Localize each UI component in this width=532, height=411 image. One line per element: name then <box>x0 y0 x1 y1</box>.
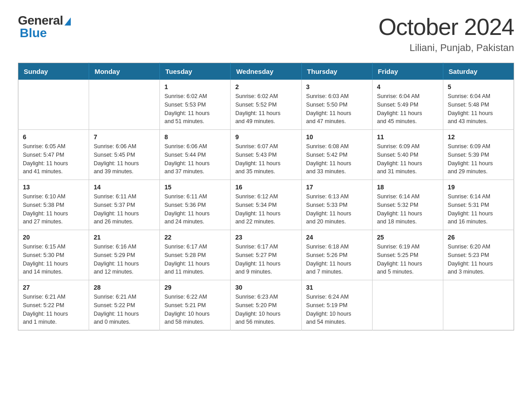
day-info: Sunrise: 6:06 AM Sunset: 5:45 PM Dayligh… <box>94 142 155 176</box>
calendar-week-row: 1Sunrise: 6:02 AM Sunset: 5:53 PM Daylig… <box>18 80 514 130</box>
calendar-cell: 22Sunrise: 6:17 AM Sunset: 5:28 PM Dayli… <box>160 230 231 280</box>
calendar-cell: 31Sunrise: 6:24 AM Sunset: 5:19 PM Dayli… <box>301 280 372 330</box>
day-number: 1 <box>164 83 226 90</box>
day-info: Sunrise: 6:03 AM Sunset: 5:50 PM Dayligh… <box>306 92 368 126</box>
day-number: 22 <box>164 234 226 241</box>
day-number: 28 <box>94 284 155 291</box>
calendar-cell: 15Sunrise: 6:11 AM Sunset: 5:36 PM Dayli… <box>160 180 231 230</box>
day-number: 21 <box>94 234 155 241</box>
day-info: Sunrise: 6:15 AM Sunset: 5:30 PM Dayligh… <box>23 243 84 276</box>
day-info: Sunrise: 6:18 AM Sunset: 5:26 PM Dayligh… <box>306 243 368 276</box>
calendar-week-row: 13Sunrise: 6:10 AM Sunset: 5:38 PM Dayli… <box>18 180 514 230</box>
day-number: 29 <box>164 284 226 291</box>
calendar-cell: 21Sunrise: 6:16 AM Sunset: 5:29 PM Dayli… <box>89 230 160 280</box>
day-info: Sunrise: 6:14 AM Sunset: 5:31 PM Dayligh… <box>448 193 509 226</box>
day-info: Sunrise: 6:24 AM Sunset: 5:19 PM Dayligh… <box>306 293 368 326</box>
day-number: 12 <box>448 133 509 141</box>
day-info: Sunrise: 6:11 AM Sunset: 5:36 PM Dayligh… <box>164 193 226 226</box>
logo-arrow-icon <box>64 17 71 26</box>
weekday-header: Wednesday <box>231 63 301 80</box>
day-info: Sunrise: 6:04 AM Sunset: 5:48 PM Dayligh… <box>448 92 509 126</box>
day-number: 19 <box>448 184 509 191</box>
day-number: 23 <box>235 234 296 241</box>
calendar-cell: 10Sunrise: 6:08 AM Sunset: 5:42 PM Dayli… <box>301 130 372 180</box>
calendar-cell: 6Sunrise: 6:05 AM Sunset: 5:47 PM Daylig… <box>18 130 89 180</box>
calendar-cell: 26Sunrise: 6:20 AM Sunset: 5:23 PM Dayli… <box>443 230 514 280</box>
day-number: 27 <box>23 284 84 291</box>
calendar-cell: 28Sunrise: 6:21 AM Sunset: 5:22 PM Dayli… <box>89 280 160 330</box>
day-info: Sunrise: 6:13 AM Sunset: 5:33 PM Dayligh… <box>306 193 368 226</box>
logo: General Blue <box>18 13 71 40</box>
calendar-cell <box>18 80 89 130</box>
day-info: Sunrise: 6:21 AM Sunset: 5:22 PM Dayligh… <box>94 293 155 326</box>
weekday-header: Friday <box>372 63 443 80</box>
day-info: Sunrise: 6:17 AM Sunset: 5:27 PM Dayligh… <box>235 243 296 276</box>
day-info: Sunrise: 6:09 AM Sunset: 5:39 PM Dayligh… <box>448 142 509 176</box>
subtitle: Liliani, Punjab, Pakistan <box>378 42 514 54</box>
day-number: 8 <box>164 133 226 141</box>
calendar-cell: 12Sunrise: 6:09 AM Sunset: 5:39 PM Dayli… <box>443 130 514 180</box>
weekday-header: Monday <box>89 63 160 80</box>
day-info: Sunrise: 6:05 AM Sunset: 5:47 PM Dayligh… <box>23 142 84 176</box>
day-info: Sunrise: 6:06 AM Sunset: 5:44 PM Dayligh… <box>164 142 226 176</box>
calendar-header-row: SundayMondayTuesdayWednesdayThursdayFrid… <box>18 63 514 80</box>
calendar-cell: 3Sunrise: 6:03 AM Sunset: 5:50 PM Daylig… <box>301 80 372 130</box>
day-number: 7 <box>94 133 155 141</box>
day-info: Sunrise: 6:09 AM Sunset: 5:40 PM Dayligh… <box>377 142 438 176</box>
day-info: Sunrise: 6:19 AM Sunset: 5:25 PM Dayligh… <box>377 243 438 276</box>
calendar-cell: 13Sunrise: 6:10 AM Sunset: 5:38 PM Dayli… <box>18 180 89 230</box>
calendar-cell: 24Sunrise: 6:18 AM Sunset: 5:26 PM Dayli… <box>301 230 372 280</box>
day-info: Sunrise: 6:21 AM Sunset: 5:22 PM Dayligh… <box>23 293 84 326</box>
calendar-cell: 20Sunrise: 6:15 AM Sunset: 5:30 PM Dayli… <box>18 230 89 280</box>
weekday-header: Sunday <box>18 63 89 80</box>
calendar-cell: 7Sunrise: 6:06 AM Sunset: 5:45 PM Daylig… <box>89 130 160 180</box>
day-info: Sunrise: 6:14 AM Sunset: 5:32 PM Dayligh… <box>377 193 438 226</box>
day-info: Sunrise: 6:11 AM Sunset: 5:37 PM Dayligh… <box>94 193 155 226</box>
day-info: Sunrise: 6:02 AM Sunset: 5:52 PM Dayligh… <box>235 92 296 126</box>
calendar-cell: 8Sunrise: 6:06 AM Sunset: 5:44 PM Daylig… <box>160 130 231 180</box>
calendar-week-row: 20Sunrise: 6:15 AM Sunset: 5:30 PM Dayli… <box>18 230 514 280</box>
day-number: 26 <box>448 234 509 241</box>
day-info: Sunrise: 6:12 AM Sunset: 5:34 PM Dayligh… <box>235 193 296 226</box>
day-number: 17 <box>306 184 368 191</box>
calendar-cell: 5Sunrise: 6:04 AM Sunset: 5:48 PM Daylig… <box>443 80 514 130</box>
weekday-header: Tuesday <box>160 63 231 80</box>
calendar-cell: 30Sunrise: 6:23 AM Sunset: 5:20 PM Dayli… <box>231 280 301 330</box>
day-number: 20 <box>23 234 84 241</box>
calendar-cell: 27Sunrise: 6:21 AM Sunset: 5:22 PM Dayli… <box>18 280 89 330</box>
calendar-cell: 25Sunrise: 6:19 AM Sunset: 5:25 PM Dayli… <box>372 230 443 280</box>
day-number: 3 <box>306 83 368 90</box>
day-info: Sunrise: 6:04 AM Sunset: 5:49 PM Dayligh… <box>377 92 438 126</box>
day-number: 4 <box>377 83 438 90</box>
day-number: 14 <box>94 184 155 191</box>
day-info: Sunrise: 6:23 AM Sunset: 5:20 PM Dayligh… <box>235 293 296 326</box>
weekday-header: Thursday <box>301 63 372 80</box>
calendar-cell: 16Sunrise: 6:12 AM Sunset: 5:34 PM Dayli… <box>231 180 301 230</box>
day-number: 13 <box>23 184 84 191</box>
day-number: 5 <box>448 83 509 90</box>
day-number: 16 <box>235 184 296 191</box>
day-number: 18 <box>377 184 438 191</box>
calendar-cell: 4Sunrise: 6:04 AM Sunset: 5:49 PM Daylig… <box>372 80 443 130</box>
day-number: 2 <box>235 83 296 90</box>
calendar-cell: 29Sunrise: 6:22 AM Sunset: 5:21 PM Dayli… <box>160 280 231 330</box>
calendar-week-row: 27Sunrise: 6:21 AM Sunset: 5:22 PM Dayli… <box>18 280 514 330</box>
calendar-table: SundayMondayTuesdayWednesdayThursdayFrid… <box>18 63 514 330</box>
day-info: Sunrise: 6:08 AM Sunset: 5:42 PM Dayligh… <box>306 142 368 176</box>
day-number: 6 <box>23 133 84 141</box>
day-number: 15 <box>164 184 226 191</box>
day-info: Sunrise: 6:22 AM Sunset: 5:21 PM Dayligh… <box>164 293 226 326</box>
logo-blue-text: Blue <box>18 26 47 40</box>
calendar-week-row: 6Sunrise: 6:05 AM Sunset: 5:47 PM Daylig… <box>18 130 514 180</box>
day-info: Sunrise: 6:10 AM Sunset: 5:38 PM Dayligh… <box>23 193 84 226</box>
calendar-cell: 11Sunrise: 6:09 AM Sunset: 5:40 PM Dayli… <box>372 130 443 180</box>
calendar-cell: 17Sunrise: 6:13 AM Sunset: 5:33 PM Dayli… <box>301 180 372 230</box>
calendar-cell: 2Sunrise: 6:02 AM Sunset: 5:52 PM Daylig… <box>231 80 301 130</box>
day-info: Sunrise: 6:02 AM Sunset: 5:53 PM Dayligh… <box>164 92 226 126</box>
day-info: Sunrise: 6:17 AM Sunset: 5:28 PM Dayligh… <box>164 243 226 276</box>
day-info: Sunrise: 6:16 AM Sunset: 5:29 PM Dayligh… <box>94 243 155 276</box>
day-number: 25 <box>377 234 438 241</box>
calendar-cell: 18Sunrise: 6:14 AM Sunset: 5:32 PM Dayli… <box>372 180 443 230</box>
calendar-cell: 1Sunrise: 6:02 AM Sunset: 5:53 PM Daylig… <box>160 80 231 130</box>
day-number: 30 <box>235 284 296 291</box>
